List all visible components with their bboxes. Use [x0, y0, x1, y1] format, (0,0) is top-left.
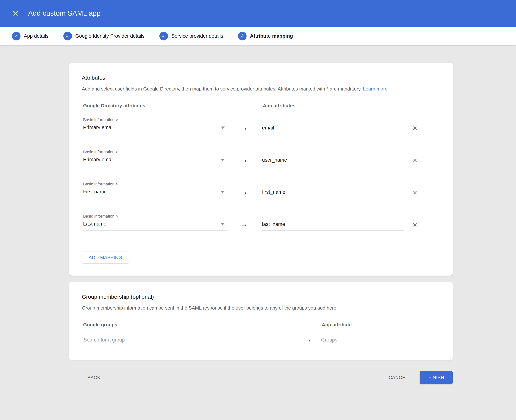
app-header: ✕ Add custom SAML app [0, 0, 516, 27]
google-groups-header: Google groups [83, 322, 321, 328]
attributes-description: Add and select user fields in Google Dir… [82, 86, 440, 92]
delete-mapping-icon[interactable]: ✕ [404, 157, 426, 164]
attributes-description-text: Add and select user fields in Google Dir… [82, 86, 362, 92]
select-value: Primary email [83, 125, 227, 134]
delete-mapping-icon[interactable]: ✕ [404, 125, 426, 132]
step-complete-circle: ✓ [63, 32, 72, 40]
stepper: ✓ App details ✓ Google Identity Provider… [0, 27, 516, 45]
step-service-provider-details[interactable]: ✓ Service provider details [159, 32, 223, 40]
step-label-attribute-mapping: Attribute mapping [250, 33, 293, 39]
check-icon: ✓ [66, 33, 70, 39]
app-attribute-input[interactable] [262, 221, 404, 231]
step-label-service-provider-details: Service provider details [171, 33, 223, 39]
mapping-row: Basic Information > Primary email → ✕ [82, 118, 440, 134]
app-attributes-header: App attributes [263, 103, 295, 108]
step-number: 4 [241, 33, 244, 39]
back-button[interactable]: BACK [85, 372, 102, 384]
group-app-attribute-input[interactable] [321, 337, 440, 346]
dropdown-icon [221, 191, 225, 193]
step-label-app-details: App details [24, 33, 49, 39]
directory-attribute-select[interactable]: Basic Information > Primary email [83, 150, 227, 166]
attributes-card: Attributes Add and select user fields in… [69, 63, 453, 276]
group-mapping-row: → [82, 336, 440, 346]
attributes-title: Attributes [82, 75, 440, 81]
check-icon: ✓ [162, 33, 166, 39]
app-attribute-header: App attribute [322, 322, 352, 328]
footer-actions: BACK CANCEL FINISH [69, 371, 453, 384]
select-category-label: Basic Information > [83, 214, 227, 219]
directory-attribute-select[interactable]: Basic Information > Last name [83, 214, 227, 231]
dialog-title: Add custom SAML app [28, 9, 101, 17]
step-separator [53, 36, 59, 36]
step-google-idp-details[interactable]: ✓ Google Identity Provider details [63, 32, 145, 40]
step-attribute-mapping[interactable]: 4 Attribute mapping [238, 32, 293, 40]
select-value: Last name [83, 221, 227, 231]
delete-mapping-icon[interactable]: ✕ [404, 189, 426, 196]
check-icon: ✓ [14, 33, 18, 39]
select-value: First name [83, 189, 227, 198]
step-separator [149, 36, 155, 36]
close-icon[interactable]: ✕ [11, 9, 20, 18]
app-attribute-input[interactable] [262, 189, 404, 198]
dropdown-icon [221, 159, 225, 161]
app-attribute-input[interactable] [262, 125, 404, 134]
step-label-google-idp-details: Google Identity Provider details [75, 33, 145, 39]
step-separator [227, 36, 234, 36]
arrow-right-icon: → [295, 336, 321, 343]
app-attribute-input[interactable] [262, 157, 404, 166]
finish-button[interactable]: FINISH [420, 371, 453, 384]
mapping-row: Basic Information > First name → ✕ [82, 182, 440, 198]
delete-mapping-icon[interactable]: ✕ [404, 222, 426, 228]
arrow-right-icon: → [227, 188, 262, 195]
page-content: Attributes Add and select user fields in… [0, 63, 516, 384]
cancel-button[interactable]: CANCEL [387, 372, 410, 384]
directory-attribute-select[interactable]: Basic Information > First name [83, 182, 227, 198]
directory-attribute-select[interactable]: Basic Information > Primary email [83, 118, 227, 134]
group-membership-description: Group membership information can be sent… [82, 305, 440, 311]
arrow-right-icon: → [227, 124, 262, 131]
select-category-label: Basic Information > [83, 118, 227, 122]
select-value: Primary email [83, 157, 227, 166]
step-complete-circle: ✓ [159, 32, 168, 40]
dropdown-icon [221, 223, 225, 225]
group-membership-card: Group membership (optional) Group member… [69, 282, 453, 360]
add-mapping-button[interactable]: ADD MAPPING [82, 252, 129, 263]
step-app-details[interactable]: ✓ App details [12, 32, 49, 40]
mapping-row: Basic Information > Last name → ✕ [82, 214, 440, 231]
group-membership-title: Group membership (optional) [82, 294, 440, 300]
attributes-column-headers: Google Directory attributes App attribut… [82, 103, 440, 109]
mapping-row: Basic Information > Primary email → ✕ [82, 150, 440, 166]
group-column-headers: Google groups App attribute [82, 322, 440, 328]
step-complete-circle: ✓ [12, 32, 21, 40]
google-directory-attributes-header: Google Directory attributes [83, 103, 262, 109]
dropdown-icon [221, 127, 225, 129]
mapping-rows: Basic Information > Primary email → ✕ Ba… [82, 118, 440, 231]
arrow-right-icon: → [227, 156, 262, 163]
select-category-label: Basic Information > [83, 150, 227, 154]
group-search-input[interactable] [83, 337, 295, 346]
arrow-right-icon: → [227, 221, 262, 228]
step-number-circle: 4 [238, 32, 247, 40]
learn-more-link[interactable]: Learn more [363, 86, 388, 92]
select-category-label: Basic Information > [83, 182, 227, 187]
